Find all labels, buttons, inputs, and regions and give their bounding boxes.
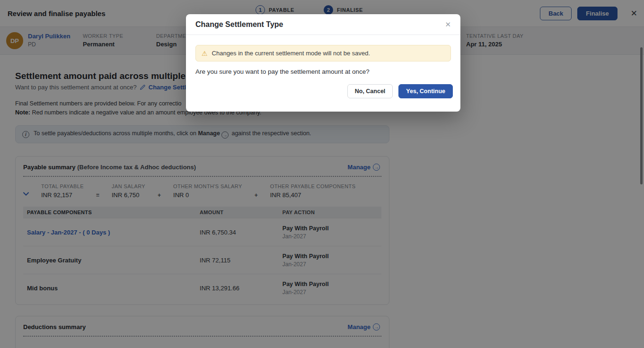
modal-title: Change Settlement Type: [195, 20, 283, 29]
warning-icon: ⚠: [202, 50, 208, 57]
modal-close-icon[interactable]: ✕: [445, 20, 451, 29]
modal-header: Change Settlement Type ✕: [186, 14, 460, 35]
modal-footer: No, Cancel Yes, Continue: [186, 75, 460, 98]
warning-banner: ⚠ Changes in the current settlement mode…: [195, 45, 451, 61]
change-settlement-type-modal: Change Settlement Type ✕ ⚠ Changes in th…: [186, 14, 460, 112]
confirmation-question: Are you sure you want to pay the settlem…: [195, 68, 451, 75]
warning-text: Changes in the current settlement mode w…: [212, 50, 371, 57]
page: Review and finalise payables 1 PAYABLE 2…: [0, 0, 644, 348]
confirm-button[interactable]: Yes, Continue: [398, 84, 453, 98]
cancel-button[interactable]: No, Cancel: [347, 84, 393, 98]
